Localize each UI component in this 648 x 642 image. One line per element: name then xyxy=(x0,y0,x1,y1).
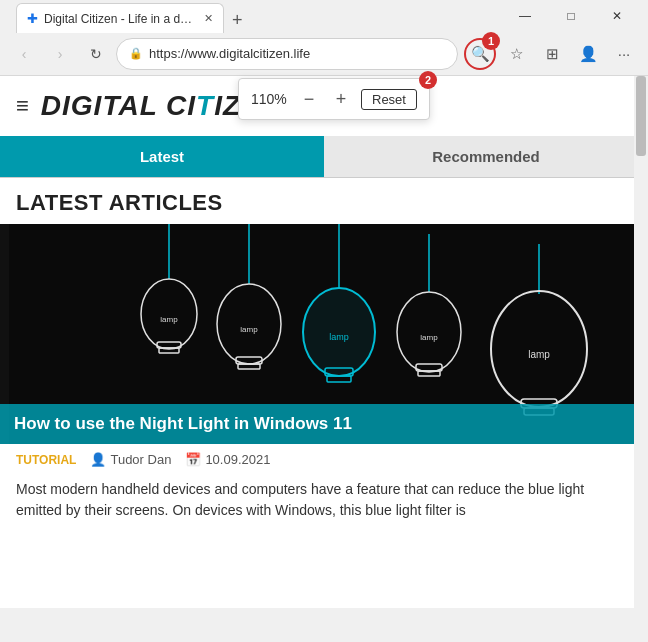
svg-text:lamp: lamp xyxy=(420,333,438,342)
calendar-icon: 📅 xyxy=(185,452,201,467)
scrollbar-thumb[interactable] xyxy=(636,76,646,156)
zoom-reset-button[interactable]: Reset xyxy=(361,89,417,110)
browser-content: ≡ DIGITAL CITIZEN Latest Recommended LAT… xyxy=(0,76,648,608)
scrollbar[interactable] xyxy=(634,76,648,608)
back-button[interactable]: ‹ xyxy=(8,38,40,70)
zoom-popup: 110% − + Reset 2 xyxy=(238,78,430,120)
logo-text-1: DIGITAL CI xyxy=(41,90,196,121)
article-image: lamp lamp lamp xyxy=(0,224,648,444)
favorites-icon: ☆ xyxy=(510,45,523,63)
collections-button[interactable]: ⊞ xyxy=(536,38,568,70)
tab-favicon: ✚ xyxy=(27,11,38,26)
zoom-value: 110% xyxy=(251,91,289,107)
logo-highlight: T xyxy=(196,90,214,121)
collections-icon: ⊞ xyxy=(546,45,559,63)
favorites-button[interactable]: ☆ xyxy=(500,38,532,70)
tab-title: Digital Citizen - Life in a digital w xyxy=(44,12,194,26)
article-date: 📅 10.09.2021 xyxy=(185,452,270,467)
tab-latest[interactable]: Latest xyxy=(0,136,324,177)
article-excerpt: Most modern handheld devices and compute… xyxy=(0,475,648,531)
badge-2: 2 xyxy=(419,71,437,89)
site-tabs: Latest Recommended xyxy=(0,136,648,178)
tab-recommended[interactable]: Recommended xyxy=(324,136,648,177)
zoom-in-button[interactable]: + xyxy=(329,87,353,111)
hamburger-menu[interactable]: ≡ xyxy=(16,93,29,119)
profile-icon: 👤 xyxy=(579,45,598,63)
forward-button[interactable]: › xyxy=(44,38,76,70)
zoom-out-button[interactable]: − xyxy=(297,87,321,111)
window-controls: — □ ✕ xyxy=(502,0,640,32)
svg-text:lamp: lamp xyxy=(528,349,550,360)
refresh-button[interactable]: ↻ xyxy=(80,38,112,70)
address-bar: ‹ › ↻ 🔒 https://www.digitalcitizen.life … xyxy=(0,32,648,76)
more-button[interactable]: ··· xyxy=(608,38,640,70)
close-button[interactable]: ✕ xyxy=(594,0,640,32)
profile-button[interactable]: 👤 xyxy=(572,38,604,70)
person-icon: 👤 xyxy=(90,452,106,467)
article-card: lamp lamp lamp xyxy=(0,224,648,531)
article-author: 👤 Tudor Dan xyxy=(90,452,171,467)
minimize-button[interactable]: — xyxy=(502,0,548,32)
svg-text:lamp: lamp xyxy=(240,325,258,334)
address-input[interactable]: 🔒 https://www.digitalcitizen.life xyxy=(116,38,458,70)
badge-1: 1 xyxy=(482,32,500,50)
article-meta: TUTORIAL 👤 Tudor Dan 📅 10.09.2021 xyxy=(0,444,648,475)
article-category: TUTORIAL xyxy=(16,453,76,467)
svg-text:lamp: lamp xyxy=(329,332,349,342)
title-bar: ✚ Digital Citizen - Life in a digital w … xyxy=(0,0,648,32)
latest-articles-heading: LATEST ARTICLES xyxy=(0,178,648,224)
lock-icon: 🔒 xyxy=(129,47,143,60)
new-tab-button[interactable]: + xyxy=(224,7,251,33)
url-text: https://www.digitalcitizen.life xyxy=(149,46,445,61)
maximize-button[interactable]: □ xyxy=(548,0,594,32)
svg-text:lamp: lamp xyxy=(160,315,178,324)
article-title: How to use the Night Light in Windows 11 xyxy=(0,404,648,444)
tab-close-button[interactable]: ✕ xyxy=(204,12,213,25)
tab-bar: ✚ Digital Citizen - Life in a digital w … xyxy=(8,0,496,33)
more-icon: ··· xyxy=(618,45,631,62)
browser-tab[interactable]: ✚ Digital Citizen - Life in a digital w … xyxy=(16,3,224,33)
zoom-icon-container: 🔍 1 xyxy=(464,38,496,70)
